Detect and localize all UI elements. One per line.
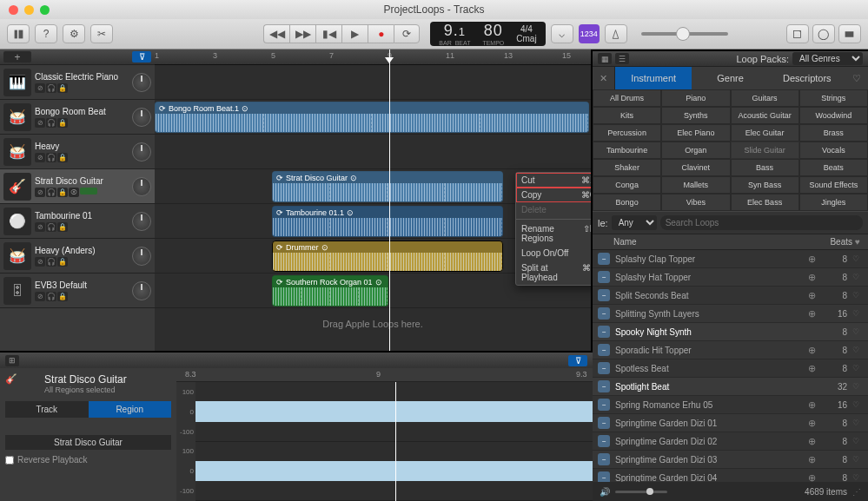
minimize-window[interactable] (24, 5, 34, 15)
mute-button[interactable]: ⊘ (35, 153, 45, 162)
loop-row[interactable]: ~Sporadic Hit Topper⊕8♡ (593, 341, 868, 359)
download-icon[interactable]: ⊕ (805, 308, 818, 320)
editor-view-a[interactable]: ⊞ (5, 355, 19, 366)
category-button[interactable]: Clavinet (661, 159, 730, 176)
solo-button[interactable]: 🎧 (46, 257, 56, 267)
loop-row[interactable]: ~Split Seconds Beat⊕8♡ (593, 287, 868, 305)
solo-button[interactable]: 🎧 (46, 118, 56, 128)
loop-row[interactable]: ~Spotless Beat⊕8♡ (593, 359, 868, 378)
media-browser-button[interactable] (838, 24, 861, 43)
download-icon[interactable]: ⊕ (805, 272, 818, 283)
tab-genre[interactable]: Genre (692, 67, 768, 89)
favorite-icon[interactable]: ♡ (852, 309, 863, 318)
category-button[interactable]: Piano (661, 89, 730, 107)
loop-row[interactable]: ~Springtime Garden Dizi 04⊕8♡ (593, 469, 868, 482)
track-lane[interactable]: ⟳Bongo Room Beat.1⊙ (155, 100, 591, 135)
download-icon[interactable]: ⊕ (805, 363, 818, 374)
solo-button[interactable]: 🎧 (46, 188, 56, 197)
tab-track[interactable]: Track (5, 401, 89, 418)
solo-button[interactable]: 🎧 (46, 83, 56, 93)
favorite-icon[interactable]: ♡ (852, 400, 863, 409)
favorite-icon[interactable]: ♡ (852, 419, 863, 427)
track-header[interactable]: ⚪ Tambourine 01 ⊘🎧🔒 (0, 204, 155, 239)
arrange-area[interactable]: 13579111315 ⟳Bongo Room Beat.1⊙⟳Strat Di… (155, 49, 591, 351)
rewind-button[interactable]: ◀◀ (263, 24, 289, 43)
region[interactable]: ⟳Tambourine 01.1⊙ (272, 206, 503, 237)
loop-row[interactable]: ~Splashy Clap Topper⊕8♡ (593, 250, 868, 268)
track-header[interactable]: 🎛 EVB3 Default ⊘🎧🔒 (0, 274, 155, 308)
loop-row[interactable]: ~Spooky Night Synth8♡ (593, 323, 868, 341)
forward-button[interactable]: ▶▶ (289, 24, 315, 43)
download-icon[interactable]: ⊕ (805, 436, 818, 447)
category-button[interactable]: Jingles (799, 194, 868, 211)
loop-packs-select[interactable]: All Genres (792, 52, 863, 65)
tab-descriptors[interactable]: Descriptors (769, 67, 845, 89)
tab-instrument[interactable]: Instrument (615, 67, 692, 89)
lock-button[interactable]: 🔒 (57, 153, 68, 162)
region-name-input[interactable] (5, 435, 171, 450)
lock-button[interactable]: 🔒 (57, 292, 68, 301)
master-volume-slider[interactable] (641, 32, 728, 36)
category-button[interactable]: Bass (731, 159, 799, 176)
category-button[interactable]: Brass (799, 124, 868, 142)
loop-row[interactable]: ~Spring Romance Erhu 05⊕16♡ (593, 396, 868, 414)
category-button[interactable]: Strings (799, 89, 868, 107)
track-filter-button[interactable]: ⊽ (132, 51, 151, 63)
category-button[interactable]: Syn Bass (731, 176, 799, 194)
solo-button[interactable]: 🎧 (46, 153, 56, 162)
loop-row[interactable]: ~Springtime Garden Dizi 01⊕8♡ (593, 414, 868, 432)
region[interactable]: ⟳Southern Rock Organ 01⊙ (272, 275, 388, 307)
category-button[interactable]: Elec Guitar (731, 124, 799, 142)
track-header[interactable]: 🥁 Bongo Room Beat ⊘🎧🔒 (0, 100, 155, 135)
favorite-icon[interactable]: ♡ (852, 346, 863, 354)
lock-button[interactable]: 🔒 (57, 118, 68, 128)
download-icon[interactable]: ⊕ (805, 418, 818, 429)
waveform-editor[interactable]: 8.399.3 1000-1001000-100 (176, 368, 593, 501)
close-window[interactable] (9, 5, 18, 15)
count-in-button[interactable]: 1234 (579, 24, 600, 43)
search-input[interactable] (660, 215, 863, 230)
download-icon[interactable]: ⊕ (805, 454, 818, 465)
menu-item[interactable]: Rename Regions⇧N (516, 221, 591, 246)
category-button[interactable]: Tambourine (593, 142, 661, 159)
category-button[interactable]: Guitars (731, 89, 799, 107)
menu-item[interactable]: Loop On/OffL (516, 246, 591, 260)
reverse-playback-checkbox[interactable] (5, 456, 14, 465)
loop-row[interactable]: ~Springtime Garden Dizi 03⊕8♡ (593, 451, 868, 469)
resize-icon[interactable]: ⋰ (852, 487, 861, 497)
favorite-icon[interactable]: ♡ (852, 473, 863, 482)
favorites-button[interactable]: ♡ (845, 67, 868, 89)
mute-button[interactable]: ⊘ (35, 83, 45, 93)
solo-button[interactable]: 🎧 (46, 292, 56, 301)
lock-button[interactable]: 🔒 (57, 188, 68, 197)
solo-button[interactable]: 🎧 (46, 222, 56, 232)
menu-item[interactable]: Split at Playhead⌘T (516, 260, 591, 285)
pan-knob[interactable] (132, 177, 151, 196)
track-lane[interactable] (155, 135, 591, 169)
timeline-ruler[interactable]: 13579111315 (155, 49, 591, 65)
category-button[interactable]: Sound Effects (799, 176, 868, 194)
category-button[interactable]: Bongo (593, 194, 661, 211)
category-button[interactable]: Beats (799, 159, 868, 176)
record-button[interactable]: ● (368, 24, 394, 43)
track-header[interactable]: 🥁 Heavy (Anders) ⊘🎧🔒 (0, 239, 155, 274)
category-button[interactable]: Conga (593, 176, 661, 194)
tuner-button[interactable]: ⌵ (551, 24, 573, 43)
region[interactable]: ⟳Bongo Room Beat.1⊙ (155, 102, 589, 133)
category-button[interactable]: Vibes (661, 194, 730, 211)
col-beats[interactable]: Beats (813, 237, 852, 247)
preview-volume[interactable] (615, 491, 667, 493)
add-track-button[interactable]: + (3, 51, 31, 63)
category-button[interactable]: Vocals (799, 142, 868, 159)
pan-knob[interactable] (132, 281, 151, 300)
category-button[interactable]: Organ (661, 142, 730, 159)
download-icon[interactable]: ⊕ (805, 472, 818, 483)
cycle-button[interactable]: ⟳ (394, 24, 420, 43)
quickhelp-button[interactable]: ? (35, 24, 57, 43)
favorite-icon[interactable]: ♡ (852, 382, 863, 391)
close-filters[interactable]: ✕ (593, 67, 615, 89)
track-lane[interactable]: ⟳Strat Disco Guitar⊙Cut⌘XCopy⌘CDeleteRen… (155, 169, 591, 204)
play-button[interactable]: ▶ (341, 24, 368, 43)
loop-row[interactable]: ~Spotlight Beat32♡ (593, 378, 868, 396)
favorite-icon[interactable]: ♡ (852, 437, 863, 445)
